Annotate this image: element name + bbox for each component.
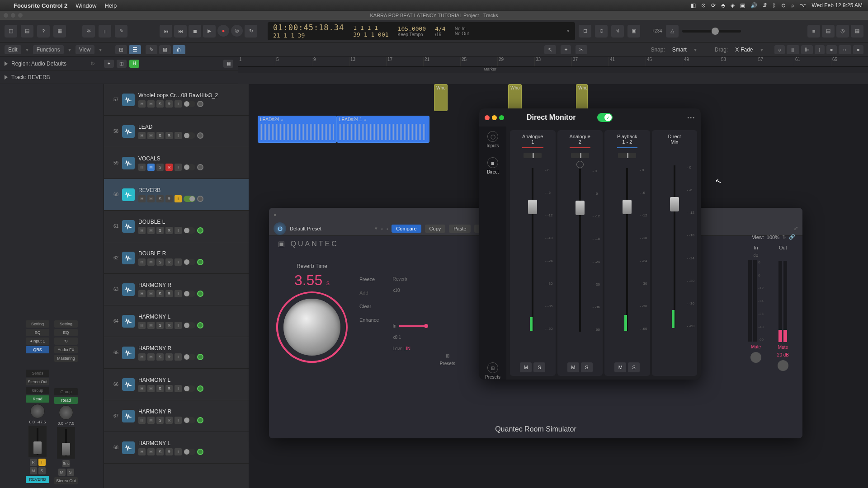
mute-button[interactable]: M xyxy=(147,195,155,202)
hide-button[interactable]: H xyxy=(129,60,139,68)
mute-label[interactable]: Mute xyxy=(751,344,761,349)
eq-slot[interactable]: EQ xyxy=(26,329,49,336)
input-slot[interactable]: ● Input 1 xyxy=(26,338,49,345)
tool-button[interactable]: ⊠ xyxy=(159,45,171,54)
mute-button[interactable]: M xyxy=(147,164,155,171)
solo-button[interactable]: S xyxy=(581,362,593,372)
input-button[interactable]: I xyxy=(175,132,182,139)
volume-fader[interactable] xyxy=(28,426,47,457)
automation-button[interactable] xyxy=(197,354,203,360)
reverb-time-knob[interactable] xyxy=(278,293,346,361)
record-button[interactable]: R xyxy=(165,195,173,202)
pan-knob[interactable] xyxy=(59,405,73,420)
record-button[interactable]: R xyxy=(165,417,173,424)
input-button[interactable]: I xyxy=(175,322,182,329)
volume-fader[interactable] xyxy=(57,427,75,459)
search-icon[interactable]: ⌕ xyxy=(791,2,794,9)
clock[interactable]: Wed Feb 12 9:25 AM xyxy=(811,2,863,9)
automation-button[interactable] xyxy=(197,449,203,455)
track-row[interactable]: 67 HARMONY R H M S R I xyxy=(104,400,249,432)
dm-fader[interactable] xyxy=(674,165,675,328)
record-button[interactable]: R xyxy=(165,100,173,108)
track-icon[interactable] xyxy=(122,315,135,328)
input-button[interactable]: I xyxy=(175,164,182,171)
status-icon[interactable]: ⬘ xyxy=(721,2,725,9)
track-row[interactable]: 60 REVERB H M S R I xyxy=(104,179,249,211)
monitor-toggle[interactable] xyxy=(184,259,195,265)
smart-controls-button[interactable]: ✲ xyxy=(82,25,95,38)
out-gain-knob[interactable] xyxy=(778,360,788,371)
solo-button[interactable]: S xyxy=(533,362,545,372)
snap-select[interactable]: Smart xyxy=(670,47,689,53)
pan-slider[interactable] xyxy=(571,153,589,158)
hide-button[interactable]: H xyxy=(138,385,146,392)
mute-button[interactable]: M xyxy=(147,353,155,361)
loops-button[interactable]: ◎ xyxy=(836,25,849,38)
prev-preset-icon[interactable]: ‹ xyxy=(381,226,383,231)
dm-fader[interactable] xyxy=(532,168,533,331)
minimize-icon[interactable] xyxy=(492,115,497,120)
mute-button[interactable]: M xyxy=(147,322,155,329)
solo-button[interactable]: S xyxy=(156,164,164,171)
dm-presets-tab[interactable]: ⊞Presets xyxy=(485,362,500,380)
setting-slot[interactable]: Setting xyxy=(26,320,49,328)
control-center-icon[interactable]: ⌥ xyxy=(800,2,806,9)
add-button[interactable]: Add xyxy=(359,290,379,296)
monitor-toggle[interactable] xyxy=(184,449,195,455)
forward-button[interactable]: ⏭ xyxy=(174,25,187,38)
db20-label[interactable]: 20 dB xyxy=(777,352,789,357)
hide-button[interactable]: H xyxy=(138,100,146,108)
scissors-tool[interactable]: ✂ xyxy=(576,45,587,54)
minimize-icon[interactable] xyxy=(11,13,15,18)
pointer-tool[interactable]: ↖ xyxy=(544,45,556,54)
mute-button[interactable]: M xyxy=(147,417,155,424)
monitor-toggle[interactable] xyxy=(184,227,195,234)
record-button[interactable]: R xyxy=(165,258,173,266)
menu-help[interactable]: Help xyxy=(104,2,117,9)
pan-knob[interactable] xyxy=(30,404,45,418)
region-inspector-header[interactable]: Region: Audio Defaults ↻ xyxy=(0,57,99,70)
drag-select[interactable]: X-Fade xyxy=(732,47,755,53)
mute-button[interactable]: M xyxy=(147,290,155,297)
monitor-toggle[interactable] xyxy=(184,417,195,423)
dm-inputs-tab[interactable]: ◯Inputs xyxy=(486,131,499,148)
mute-button[interactable]: M xyxy=(520,362,532,372)
record-button[interactable]: R xyxy=(165,448,173,455)
wifi-icon[interactable]: ⊚ xyxy=(781,2,786,9)
mute-button[interactable]: M xyxy=(147,385,155,392)
editor-button[interactable]: ✎ xyxy=(115,25,127,38)
presets-icon[interactable]: ⊞ xyxy=(446,353,449,358)
inspector-button[interactable]: ▤ xyxy=(21,25,33,38)
bluetooth-icon[interactable]: ᛒ xyxy=(773,2,776,9)
input-button[interactable]: I xyxy=(175,227,182,234)
hide-button[interactable]: H xyxy=(138,448,146,455)
automation-button[interactable] xyxy=(197,196,203,202)
power-button[interactable]: ⏻ xyxy=(274,222,286,235)
list-editors-button[interactable]: ≡ xyxy=(807,25,820,38)
mute-button[interactable]: M xyxy=(147,258,155,266)
track-row[interactable]: 57 WholeLoops Cr…08 RawHits3_2 H M S R I xyxy=(104,84,249,116)
functions-menu[interactable]: Functions xyxy=(33,45,64,54)
disclosure-icon[interactable] xyxy=(5,75,8,80)
solo-button[interactable]: S xyxy=(628,362,640,372)
dm-fader[interactable] xyxy=(626,168,628,331)
record-button[interactable]: R xyxy=(165,353,173,361)
region-yellow[interactable]: Whol xyxy=(576,84,588,111)
link-button[interactable] xyxy=(576,161,584,168)
input-button[interactable]: I xyxy=(175,353,182,361)
hide-button[interactable]: H xyxy=(138,132,146,139)
compare-button[interactable]: Compare xyxy=(392,225,421,233)
zoom-icon[interactable] xyxy=(499,115,504,120)
region-lead[interactable]: LEAD#24 ○ xyxy=(258,116,337,143)
mute-button[interactable]: M xyxy=(614,362,626,372)
link-slot[interactable]: ⟲ xyxy=(54,338,78,345)
status-icon[interactable]: 🔊 xyxy=(750,2,757,9)
track-row[interactable]: 63 HARMONY R H M S R I xyxy=(104,274,249,305)
toolbar-icon[interactable]: ● xyxy=(826,45,837,54)
input-button[interactable]: I xyxy=(175,417,182,424)
more-icon[interactable]: ••• xyxy=(687,115,695,120)
hide-button[interactable]: H xyxy=(138,322,146,329)
input-button[interactable]: I xyxy=(175,290,182,297)
mixer-button[interactable]: ⫼ xyxy=(99,25,111,38)
disclosure-icon[interactable] xyxy=(5,61,8,66)
